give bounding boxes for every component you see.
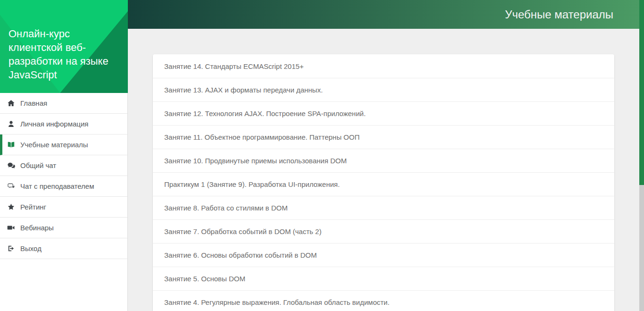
materials-list: Занятие 14. Стандарты ECMAScript 2015+За… bbox=[153, 54, 614, 311]
material-item[interactable]: Занятие 5. Основы DOM bbox=[153, 267, 614, 290]
sidebar-item-label: Общий чат bbox=[20, 161, 56, 169]
material-title: Занятие 4. Регулярные выражения. Глобаль… bbox=[164, 298, 390, 306]
scrollbar-thumb[interactable] bbox=[639, 0, 644, 185]
sidebar-item-label: Личная информация bbox=[20, 120, 88, 128]
sidebar-item-materials[interactable]: Учебные материалы bbox=[0, 134, 127, 155]
course-title: Онлайн-курс клиентской веб-разработки на… bbox=[0, 0, 115, 82]
sidebar-item-label: Вебинары bbox=[20, 224, 54, 232]
user-icon bbox=[7, 120, 15, 128]
material-item[interactable]: Занятие 13. AJAX и форматы передачи данн… bbox=[153, 78, 614, 101]
home-icon bbox=[7, 99, 15, 108]
star-icon bbox=[7, 203, 15, 211]
material-title: Занятие 6. Основы обработки событий в DO… bbox=[164, 251, 317, 259]
material-title: Занятие 7. Обработка событий в DOM (част… bbox=[164, 227, 321, 235]
chat-group-icon bbox=[7, 161, 15, 170]
material-item[interactable]: Занятие 8. Работа со стилями в DOM bbox=[153, 196, 614, 219]
material-item[interactable]: Занятие 10. Продвинутые приемы использов… bbox=[153, 149, 614, 172]
material-item[interactable]: Занятие 7. Обработка событий в DOM (част… bbox=[153, 219, 614, 243]
material-item[interactable]: Занятие 14. Стандарты ECMAScript 2015+ bbox=[153, 54, 614, 78]
page-header: Учебные материалы bbox=[128, 0, 639, 29]
material-item[interactable]: Занятие 6. Основы обработки событий в DO… bbox=[153, 243, 614, 267]
sidebar-item-label: Рейтинг bbox=[20, 203, 46, 211]
material-title: Занятие 5. Основы DOM bbox=[164, 275, 245, 283]
material-title: Занятие 10. Продвинутые приемы использов… bbox=[164, 157, 347, 165]
material-title: Занятие 8. Работа со стилями в DOM bbox=[164, 204, 288, 212]
book-icon bbox=[7, 141, 15, 149]
material-title: Занятие 13. AJAX и форматы передачи данн… bbox=[164, 86, 323, 94]
material-item[interactable]: Практикум 1 (Занятие 9). Разработка UI-п… bbox=[153, 172, 614, 196]
material-title: Практикум 1 (Занятие 9). Разработка UI-п… bbox=[164, 180, 340, 188]
material-item[interactable]: Занятие 12. Технология AJAX. Построение … bbox=[153, 101, 614, 125]
page-title: Учебные материалы bbox=[505, 8, 613, 21]
sidebar-item-group-chat[interactable]: Общий чат bbox=[0, 155, 127, 176]
sidebar-item-profile[interactable]: Личная информация bbox=[0, 114, 127, 134]
sidebar-item-label: Выход bbox=[20, 244, 42, 252]
sidebar-item-teacher-chat[interactable]: Чат с преподавателем bbox=[0, 176, 127, 197]
material-item[interactable]: Занятие 4. Регулярные выражения. Глобаль… bbox=[153, 290, 614, 311]
course-banner: Онлайн-курс клиентской веб-разработки на… bbox=[0, 0, 128, 93]
sidebar-nav: ГлавнаяЛичная информацияУчебные материал… bbox=[0, 93, 128, 311]
sidebar-item-logout[interactable]: Выход bbox=[0, 238, 127, 259]
scrollbar-track[interactable] bbox=[639, 0, 644, 311]
sidebar-item-label: Главная bbox=[20, 99, 47, 107]
sidebar-item-webinars[interactable]: Вебинары bbox=[0, 218, 127, 238]
chat-teacher-icon bbox=[7, 182, 15, 191]
app-window: Онлайн-курс клиентской веб-разработки на… bbox=[0, 0, 644, 311]
material-item[interactable]: Занятие 11. Объектное программирование. … bbox=[153, 125, 614, 149]
sidebar-item-rating[interactable]: Рейтинг bbox=[0, 197, 127, 218]
sidebar-item-label: Чат с преподавателем bbox=[20, 182, 94, 190]
main-area: Учебные материалы Занятие 14. Стандарты … bbox=[128, 0, 639, 311]
sidebar-item-home[interactable]: Главная bbox=[0, 93, 127, 114]
sidebar: Онлайн-курс клиентской веб-разработки на… bbox=[0, 0, 128, 311]
content-area: Занятие 14. Стандарты ECMAScript 2015+За… bbox=[128, 29, 639, 311]
video-icon bbox=[7, 224, 15, 232]
material-title: Занятие 14. Стандарты ECMAScript 2015+ bbox=[164, 62, 304, 70]
material-title: Занятие 12. Технология AJAX. Построение … bbox=[164, 109, 366, 118]
material-title: Занятие 11. Объектное программирование. … bbox=[164, 133, 360, 141]
logout-icon bbox=[7, 244, 15, 253]
sidebar-item-label: Учебные материалы bbox=[20, 141, 88, 149]
